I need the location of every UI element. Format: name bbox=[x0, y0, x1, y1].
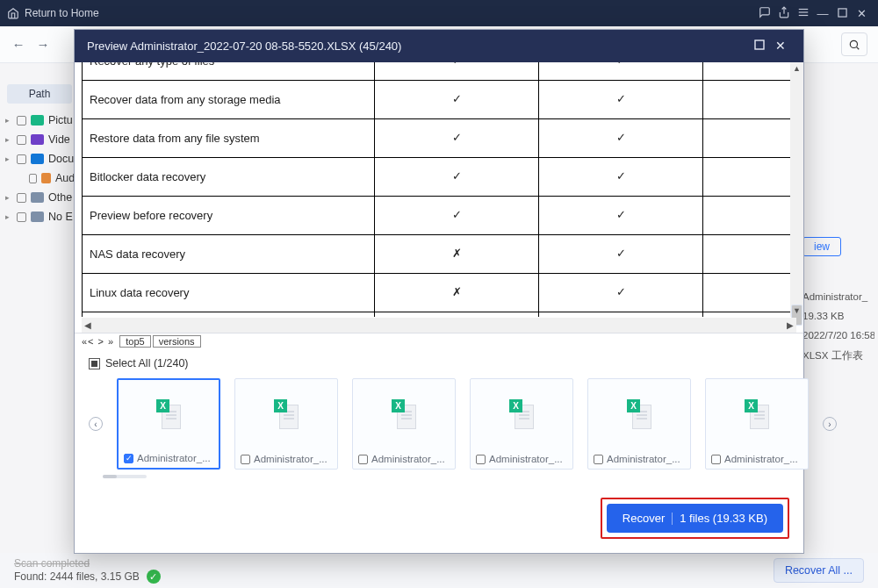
svg-line-6 bbox=[857, 47, 860, 49]
checkbox-icon[interactable] bbox=[17, 193, 26, 203]
preview-button-bg[interactable]: iew bbox=[802, 237, 841, 256]
recover-button-label: Recover bbox=[623, 512, 665, 525]
recover-all-button[interactable]: Recover All ... bbox=[774, 558, 864, 583]
sidebar-item[interactable]: ▸Docu bbox=[0, 149, 79, 169]
close-button[interactable]: ✕ bbox=[852, 7, 871, 20]
modal-footer: Recover 1 files (19.33 KB) bbox=[75, 485, 803, 553]
recover-button-highlight: Recover 1 files (19.33 KB) bbox=[601, 498, 789, 539]
value-cell: ✗ bbox=[375, 234, 539, 273]
svg-rect-7 bbox=[755, 40, 764, 49]
home-icon bbox=[7, 7, 19, 19]
return-home-button[interactable]: Return to Home bbox=[7, 7, 99, 19]
folder-icon bbox=[31, 134, 44, 145]
thumbnail-checkbox[interactable] bbox=[594, 455, 603, 464]
value-cell bbox=[702, 80, 795, 118]
search-icon bbox=[848, 39, 860, 51]
value-cell: ✓ bbox=[375, 196, 539, 234]
thumbnail-checkbox[interactable] bbox=[358, 455, 368, 464]
horizontal-scrollbar[interactable]: ◀ ▶ bbox=[82, 318, 796, 333]
modal-close-button[interactable]: ✕ bbox=[770, 39, 791, 53]
modal-titlebar: Preview Administrator_2022-07-20 08-58-5… bbox=[75, 30, 803, 62]
spreadsheet-preview: Recover any type of files✓✓Recover data … bbox=[75, 62, 803, 333]
sidebar-item[interactable]: ▸No E bbox=[0, 207, 79, 226]
file-thumbnail[interactable]: XAdministrator_... bbox=[470, 378, 573, 470]
feedback-icon[interactable] bbox=[755, 6, 774, 21]
thumbnail-label: Administrator_... bbox=[137, 453, 211, 463]
thumbnail-label: Administrator_... bbox=[724, 454, 798, 464]
file-thumbnail[interactable]: XAdministrator_... bbox=[587, 378, 691, 470]
value-cell: ✓ bbox=[539, 273, 703, 312]
value-cell: ✓ bbox=[539, 157, 703, 196]
menu-icon[interactable] bbox=[794, 6, 813, 21]
sidebar-item[interactable]: Audi bbox=[0, 169, 79, 188]
file-icon: X bbox=[471, 379, 572, 449]
sheet-tab-top5[interactable]: top5 bbox=[119, 335, 150, 348]
back-button[interactable]: ← bbox=[11, 37, 26, 52]
thumbnail-label: Administrator_... bbox=[371, 454, 445, 464]
forward-button[interactable]: → bbox=[35, 37, 51, 52]
file-icon: X bbox=[353, 379, 455, 449]
checkbox-icon[interactable] bbox=[17, 116, 26, 125]
feature-cell: Bitlocker data recovery bbox=[83, 157, 375, 196]
recover-button-info: 1 files (19.33 KB) bbox=[680, 512, 767, 525]
maximize-button[interactable] bbox=[832, 7, 852, 20]
thumbnail-checkbox[interactable]: ✓ bbox=[124, 454, 133, 463]
modal-maximize-button[interactable] bbox=[749, 39, 770, 53]
file-thumbnail[interactable]: XAdministrator_... bbox=[352, 378, 456, 470]
thumbnail-checkbox[interactable] bbox=[711, 455, 721, 464]
thumbnail-label: Administrator_... bbox=[489, 454, 563, 464]
search-button[interactable] bbox=[841, 32, 867, 56]
share-icon[interactable] bbox=[774, 6, 794, 21]
detail-type: XLSX 工作表 bbox=[802, 349, 874, 362]
file-icon: X bbox=[588, 379, 690, 449]
checkbox-icon[interactable] bbox=[29, 174, 37, 183]
value-cell bbox=[702, 157, 795, 196]
sheet-tab-nav[interactable]: «< > » bbox=[82, 336, 118, 347]
value-cell bbox=[702, 234, 795, 273]
sidebar-item[interactable]: ▸Othe bbox=[0, 188, 79, 207]
sidebar-item[interactable]: ▸Vide bbox=[0, 130, 79, 149]
status-subtitle: Found: 2444 files, 3.15 GB bbox=[14, 570, 140, 583]
sheet-tab-versions[interactable]: versions bbox=[153, 335, 201, 348]
sheet-tabs: «< > » top5 versions bbox=[75, 333, 803, 348]
carousel-prev-button[interactable]: ‹ bbox=[89, 417, 103, 431]
value-cell: ✓ bbox=[539, 62, 703, 81]
file-icon: X bbox=[706, 379, 808, 449]
folder-icon bbox=[31, 154, 44, 164]
carousel-next-button[interactable]: › bbox=[823, 417, 837, 431]
value-cell: ✓ bbox=[539, 196, 703, 234]
table-row: Recover any type of files✓✓ bbox=[83, 62, 796, 81]
carousel-scroll-indicator[interactable] bbox=[103, 475, 147, 480]
minimize-button[interactable]: — bbox=[813, 7, 832, 20]
file-thumbnail[interactable]: XAdministrator_... bbox=[234, 378, 338, 470]
folder-icon bbox=[41, 173, 51, 183]
file-thumbnail[interactable]: XAdministrator_... bbox=[705, 378, 809, 470]
vertical-scrollbar[interactable]: ▲ ▼ bbox=[790, 62, 803, 317]
file-thumbnail[interactable]: X✓Administrator_... bbox=[117, 378, 220, 470]
feature-cell: Provide remote consultation and assistan… bbox=[83, 312, 375, 317]
value-cell: ✓ bbox=[539, 118, 703, 157]
table-row: Linux data recovery✗✓ bbox=[83, 273, 796, 312]
checkbox-icon[interactable] bbox=[17, 154, 26, 164]
recover-button[interactable]: Recover 1 files (19.33 KB) bbox=[607, 504, 783, 533]
value-cell bbox=[702, 312, 795, 317]
sidebar-item[interactable]: ▸Pictu bbox=[0, 111, 79, 130]
thumbnail-label: Administrator_... bbox=[607, 454, 680, 464]
thumbnail-checkbox[interactable] bbox=[241, 455, 250, 464]
thumbnail-checkbox[interactable] bbox=[476, 455, 486, 464]
table-row: Recover data from any storage media✓✓ bbox=[83, 80, 796, 118]
checkbox-icon[interactable] bbox=[17, 212, 26, 222]
value-cell: ✓ bbox=[375, 157, 539, 196]
preview-modal: Preview Administrator_2022-07-20 08-58-5… bbox=[74, 29, 804, 554]
value-cell: ✓ bbox=[375, 62, 539, 81]
value-cell: ✓ bbox=[539, 80, 703, 118]
value-cell: ✓ bbox=[539, 312, 703, 317]
checkbox-icon[interactable] bbox=[17, 135, 26, 145]
feature-cell: NAS data recovery bbox=[83, 234, 375, 273]
feature-cell: Restore data from any file system bbox=[83, 118, 375, 157]
select-all-checkbox[interactable]: Select All (1/240) bbox=[89, 357, 789, 369]
value-cell bbox=[702, 62, 795, 81]
sidebar-item-label: Docu bbox=[48, 153, 74, 165]
sheet-viewport[interactable]: Recover any type of files✓✓Recover data … bbox=[82, 62, 796, 317]
path-tab[interactable]: Path bbox=[7, 84, 72, 104]
